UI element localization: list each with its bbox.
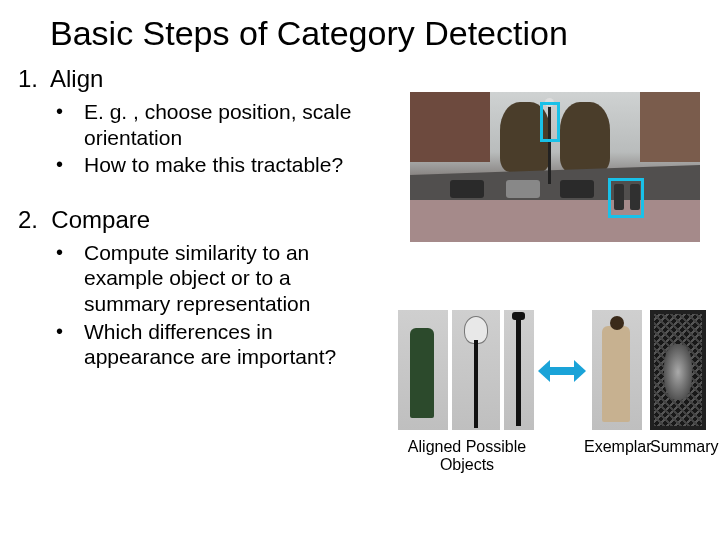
caption-summary: Summary: [650, 438, 714, 456]
section-1-number: 1.: [18, 65, 38, 92]
aligned-object-thumb: [504, 310, 534, 430]
section-2-label: Compare: [51, 206, 150, 233]
caption-exemplar: Exemplar: [584, 438, 650, 456]
detection-box: [608, 178, 644, 218]
exemplar-thumb: [592, 310, 642, 430]
section-2-bullets: Compute similarity to an example object …: [0, 240, 370, 372]
slide-title: Basic Steps of Category Detection: [0, 0, 720, 61]
double-arrow-icon: [538, 360, 586, 382]
section-1-label: Align: [50, 65, 103, 92]
aligned-object-thumb: [398, 310, 448, 430]
section-2-number: 2.: [18, 206, 38, 233]
bullet: E. g. , choose position, scale orientati…: [56, 99, 360, 152]
street-scene-image: [410, 92, 700, 242]
bullet: Which differences in appearance are impo…: [56, 319, 370, 372]
detection-box: [540, 102, 560, 142]
bullet: Compute similarity to an example object …: [56, 240, 370, 319]
aligned-object-thumb: [452, 310, 500, 430]
bullet: How to make this tractable?: [56, 152, 360, 180]
summary-thumb: [650, 310, 706, 430]
comparison-row: Aligned Possible Objects Exemplar Summar…: [398, 310, 718, 480]
caption-aligned: Aligned Possible Objects: [392, 438, 542, 475]
section-1-bullets: E. g. , choose position, scale orientati…: [0, 99, 360, 180]
